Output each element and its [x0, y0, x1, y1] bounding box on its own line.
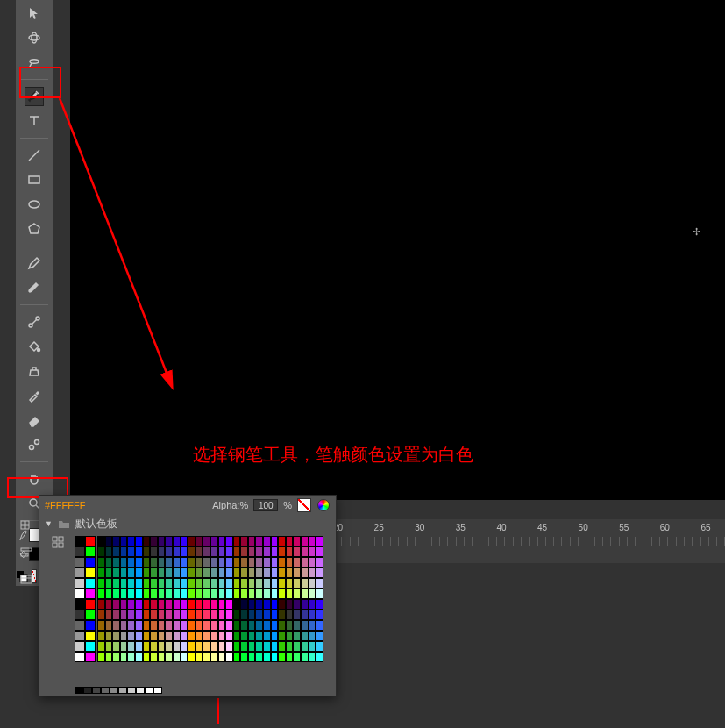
picker-hex-value[interactable]: #FFFFFF — [45, 500, 85, 510]
toolbar-separator — [20, 138, 48, 139]
bone-tool[interactable] — [25, 312, 44, 332]
library-panel-icon[interactable] — [19, 572, 33, 586]
svg-rect-13 — [21, 521, 25, 525]
left-panel-icons — [11, 519, 42, 586]
svg-rect-17 — [21, 548, 32, 551]
svg-rect-14 — [25, 521, 29, 525]
brush-tool[interactable] — [25, 278, 44, 297]
svg-point-3 — [29, 201, 39, 208]
svg-point-0 — [29, 35, 39, 40]
grid-view-icon[interactable] — [52, 536, 64, 548]
timeline-playhead[interactable] — [217, 698, 219, 724]
bottom-swatch-strip[interactable] — [75, 687, 162, 694]
alpha-input[interactable] — [253, 499, 278, 511]
lasso-tool[interactable] — [25, 53, 44, 72]
text-tool[interactable] — [25, 111, 44, 131]
swatches-panel-icon[interactable] — [19, 519, 33, 533]
basic-hue-column[interactable] — [85, 536, 96, 662]
toolbar-separator — [20, 79, 48, 80]
no-color-button[interactable] — [297, 498, 311, 512]
timeline-tick-label: 30 — [415, 523, 424, 532]
eyedropper-tool[interactable] — [25, 386, 44, 405]
swatch-set-label: 默认色板 — [75, 517, 117, 532]
svg-rect-21 — [53, 537, 57, 541]
width-tool[interactable] — [25, 435, 44, 454]
align-panel-icon[interactable] — [19, 546, 33, 560]
polygon-tool[interactable] — [25, 219, 44, 239]
expand-triangle-icon[interactable]: ▼ — [45, 519, 53, 528]
paint-bucket-tool[interactable] — [25, 337, 44, 356]
picker-header: #FFFFFF Alpha:% % — [39, 496, 336, 515]
timeline-tick-label: 40 — [496, 523, 506, 532]
svg-point-7 — [38, 349, 40, 352]
timeline-tickbar[interactable] — [333, 537, 725, 546]
color-picker-popup: #FFFFFF Alpha:% % ▼ 默认色板 — [39, 495, 337, 696]
annotation-text: 选择钢笔工具，笔触颜色设置为白色 — [193, 443, 473, 467]
swatch-set-row[interactable]: ▼ 默认色板 — [39, 515, 336, 532]
svg-rect-22 — [59, 537, 63, 541]
swatch-area — [75, 536, 329, 690]
eraser-tool[interactable] — [25, 410, 44, 430]
3d-rotate-tool[interactable] — [25, 28, 44, 47]
svg-point-10 — [30, 499, 37, 506]
hand-tool[interactable] — [25, 469, 44, 489]
timeline-tick-label: 65 — [700, 523, 710, 532]
alpha-suffix: % — [283, 500, 292, 510]
svg-marker-4 — [29, 224, 39, 233]
folder-icon — [58, 517, 70, 530]
toolbar-separator — [20, 304, 48, 305]
oval-tool[interactable] — [25, 195, 44, 214]
svg-point-1 — [32, 32, 37, 43]
svg-rect-23 — [53, 543, 57, 547]
toolbar-separator — [20, 246, 48, 246]
line-tool[interactable] — [25, 146, 44, 165]
svg-rect-16 — [25, 525, 29, 529]
timeline-tick-label: 55 — [619, 523, 629, 532]
ink-bottle-tool[interactable] — [25, 361, 44, 381]
color-wheel-button[interactable] — [316, 498, 331, 512]
svg-rect-15 — [21, 525, 25, 529]
svg-rect-24 — [59, 543, 63, 547]
timeline-tick-label: 35 — [456, 523, 466, 532]
svg-point-8 — [30, 446, 34, 450]
timeline-tick-label: 60 — [660, 523, 670, 532]
svg-rect-2 — [29, 176, 39, 183]
picker-side-icons — [52, 536, 64, 548]
subselection-tool[interactable] — [25, 4, 44, 23]
gray-column[interactable] — [75, 536, 85, 662]
pen-tool[interactable] — [25, 87, 44, 106]
toolbar-separator — [20, 461, 48, 462]
svg-rect-19 — [21, 575, 32, 583]
stage-canvas[interactable] — [70, 0, 725, 500]
rectangle-tool[interactable] — [25, 170, 44, 189]
main-swatch-grid[interactable] — [97, 536, 323, 662]
pencil-tool[interactable] — [25, 253, 44, 273]
svg-point-9 — [35, 440, 39, 445]
timeline-tick-label: 45 — [537, 523, 547, 532]
timeline-tick-label: 50 — [579, 523, 588, 532]
timeline-tick-label: 25 — [374, 523, 384, 532]
svg-rect-18 — [21, 553, 28, 556]
alpha-label: Alpha:% — [212, 500, 248, 510]
